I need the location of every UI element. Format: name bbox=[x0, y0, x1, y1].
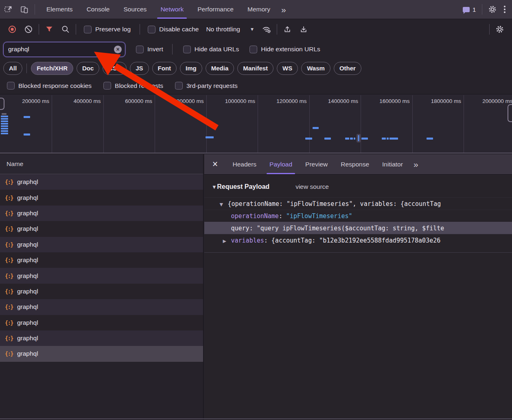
details-tab-initiator[interactable]: Initiator bbox=[376, 154, 409, 174]
filter-pill-manifest[interactable]: Manifest bbox=[237, 62, 274, 75]
more-panels-chevron-icon[interactable]: » bbox=[277, 5, 290, 14]
request-row[interactable]: {:}graphql bbox=[0, 315, 203, 330]
details-tab-headers[interactable]: Headers bbox=[226, 154, 263, 174]
request-row[interactable]: {:}graphql bbox=[0, 252, 203, 268]
settings-button[interactable] bbox=[484, 4, 501, 14]
overview-left-gripper[interactable] bbox=[0, 98, 4, 110]
network-overview-timeline[interactable]: 200000 ms400000 ms600000 ms800000 ms1000… bbox=[0, 94, 512, 153]
checkbox-box[interactable] bbox=[249, 46, 257, 53]
timeline-tick-label: 200000 ms bbox=[22, 98, 49, 104]
-rd-party-requests-checkbox[interactable]: 3rd-party requests bbox=[175, 82, 238, 90]
disable-cache-checkbox[interactable]: Disable cache bbox=[148, 26, 199, 33]
checkbox-box[interactable] bbox=[84, 26, 92, 33]
divider bbox=[39, 24, 39, 35]
name-column-header[interactable]: Name bbox=[0, 154, 203, 174]
checkbox-box[interactable] bbox=[175, 82, 183, 90]
export-har-button[interactable] bbox=[295, 19, 312, 39]
panel-tab-sources[interactable]: Sources bbox=[117, 0, 154, 19]
checkbox-box[interactable] bbox=[183, 46, 191, 53]
overview-right-gripper[interactable] bbox=[508, 104, 512, 122]
inspect-element-button[interactable] bbox=[0, 0, 16, 19]
filter-pill-all[interactable]: All bbox=[3, 62, 22, 75]
filter-pill-js[interactable]: JS bbox=[130, 62, 149, 75]
waterfall-bar bbox=[427, 138, 433, 140]
top-bar-right: 1 bbox=[459, 4, 512, 15]
invert-checkbox[interactable]: Invert bbox=[136, 46, 163, 53]
waterfall-bar bbox=[382, 138, 386, 140]
close-details-button[interactable]: × bbox=[204, 160, 226, 169]
record-icon bbox=[8, 25, 17, 34]
filter-pill-css[interactable]: CSS bbox=[103, 62, 127, 75]
filter-input[interactable]: graphql × bbox=[3, 42, 125, 57]
kebab-menu-button[interactable] bbox=[501, 6, 509, 13]
timeline-gridline bbox=[361, 95, 361, 153]
expanded-triangle-icon[interactable]: ▼ bbox=[220, 199, 228, 210]
checkbox-box[interactable] bbox=[103, 82, 111, 90]
checkbox-box[interactable] bbox=[148, 26, 155, 33]
payload-tree-row[interactable]: ▼{operationName: "ipFlowTimeseries", var… bbox=[204, 197, 512, 210]
network-conditions-button[interactable] bbox=[258, 19, 275, 39]
view-source-link[interactable]: view source bbox=[295, 183, 329, 190]
request-row[interactable]: {:}graphql bbox=[0, 237, 203, 252]
collapsed-triangle-icon[interactable]: ▶ bbox=[223, 235, 231, 246]
filter-pill-media[interactable]: Media bbox=[206, 62, 234, 75]
details-tab-preview[interactable]: Preview bbox=[299, 154, 334, 174]
request-row[interactable]: {:}graphql bbox=[0, 284, 203, 299]
filter-pill-img[interactable]: Img bbox=[180, 62, 202, 75]
clear-filter-button[interactable]: × bbox=[114, 46, 122, 53]
import-har-button[interactable] bbox=[279, 19, 295, 39]
preserve-log-checkbox[interactable]: Preserve log bbox=[84, 26, 131, 33]
search-button[interactable] bbox=[57, 19, 74, 39]
request-row[interactable]: {:}graphql bbox=[0, 174, 203, 190]
filter-pill-font[interactable]: Font bbox=[152, 62, 177, 75]
filter-pill-ws[interactable]: WS bbox=[277, 62, 298, 75]
request-row[interactable]: {:}graphql bbox=[0, 330, 203, 346]
checkbox-box[interactable] bbox=[136, 46, 144, 53]
request-row[interactable]: {:}graphql bbox=[0, 299, 203, 315]
panel-tab-console[interactable]: Console bbox=[80, 0, 117, 19]
clear-network-log-button[interactable] bbox=[20, 19, 37, 39]
details-tab-response[interactable]: Response bbox=[334, 154, 376, 174]
issues-button[interactable]: 1 bbox=[459, 6, 480, 13]
payload-section-title: Request Payload bbox=[217, 183, 269, 190]
preserve-log-label: Preserve log bbox=[95, 26, 131, 33]
throttling-select[interactable]: No throttling ▼ bbox=[206, 26, 254, 33]
record-network-log-button[interactable] bbox=[4, 19, 20, 39]
waterfall-bar bbox=[1, 118, 8, 120]
network-settings-button[interactable] bbox=[492, 19, 508, 39]
filter-toggle-button[interactable] bbox=[41, 19, 57, 39]
request-row[interactable]: {:}graphql bbox=[0, 221, 203, 236]
throttling-value: No throttling bbox=[206, 26, 240, 33]
filter-pill-doc[interactable]: Doc bbox=[77, 62, 99, 75]
more-tabs-chevron-icon[interactable]: » bbox=[409, 160, 422, 168]
divider bbox=[277, 24, 277, 35]
details-tab-payload[interactable]: Payload bbox=[263, 154, 299, 174]
panel-tab-performance[interactable]: Performance bbox=[190, 0, 241, 19]
request-list: {:}graphql{:}graphql{:}graphql{:}graphql… bbox=[0, 174, 203, 362]
panel-tab-memory[interactable]: Memory bbox=[241, 0, 277, 19]
request-name: graphql bbox=[17, 319, 38, 326]
filter-pill-fetchxhr[interactable]: Fetch/XHR bbox=[31, 62, 73, 75]
waterfall-bar bbox=[1, 125, 8, 127]
blocked-response-cookies-checkbox[interactable]: Blocked response cookies bbox=[7, 82, 92, 90]
payload-tree-row[interactable]: operationName: "ipFlowTimeseries" bbox=[204, 210, 512, 222]
payload-tree-row[interactable]: query: "query ipFlowTimeseries($accountT… bbox=[204, 222, 512, 234]
json-file-icon: {:} bbox=[5, 210, 13, 217]
request-row[interactable]: {:}graphql bbox=[0, 268, 203, 283]
device-toolbar-button[interactable] bbox=[16, 0, 33, 19]
blocked-requests-checkbox[interactable]: Blocked requests bbox=[103, 82, 163, 90]
payload-tree-row[interactable]: ▶variables: {accountTag: "b12e3b2192ee55… bbox=[204, 234, 512, 246]
panel-tab-elements[interactable]: Elements bbox=[39, 0, 80, 19]
hide-extension-urls-checkbox[interactable]: Hide extension URLs bbox=[249, 46, 320, 53]
request-row[interactable]: {:}graphql bbox=[0, 206, 203, 221]
filter-pill-wasm[interactable]: Wasm bbox=[301, 62, 330, 75]
divider bbox=[35, 4, 35, 15]
request-row[interactable]: {:}graphql bbox=[0, 346, 203, 361]
divider bbox=[26, 63, 27, 73]
panel-tab-network[interactable]: Network bbox=[153, 0, 190, 19]
request-row[interactable]: {:}graphql bbox=[0, 190, 203, 205]
filter-pill-other[interactable]: Other bbox=[334, 62, 361, 75]
hide-data-urls-checkbox[interactable]: Hide data URLs bbox=[183, 46, 239, 53]
collapse-triangle-icon[interactable]: ▼ bbox=[213, 185, 216, 189]
checkbox-box[interactable] bbox=[7, 82, 15, 90]
